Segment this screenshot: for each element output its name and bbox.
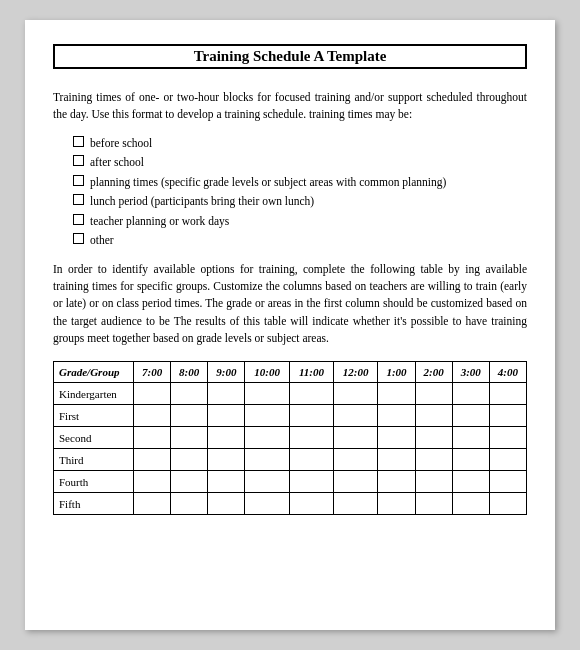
checklist-item: teacher planning or work days — [73, 212, 527, 232]
schedule-cell — [171, 383, 208, 405]
table-body: KindergartenFirstSecondThirdFourthFifth — [54, 383, 527, 515]
grade-label-cell: Kindergarten — [54, 383, 134, 405]
schedule-cell — [415, 405, 452, 427]
schedule-cell — [245, 471, 290, 493]
schedule-cell — [489, 383, 526, 405]
table-row: Kindergarten — [54, 383, 527, 405]
schedule-cell — [208, 405, 245, 427]
schedule-cell — [378, 493, 415, 515]
schedule-cell — [171, 405, 208, 427]
checkbox-icon — [73, 233, 84, 244]
schedule-cell — [134, 449, 171, 471]
schedule-cell — [171, 449, 208, 471]
table-header-cell: 1:00 — [378, 362, 415, 383]
checklist-item: lunch period (participants bring their o… — [73, 192, 527, 212]
schedule-cell — [208, 493, 245, 515]
checklist-item-label: before school — [90, 134, 152, 154]
schedule-cell — [245, 383, 290, 405]
schedule-cell — [171, 493, 208, 515]
checklist-item-label: lunch period (participants bring their o… — [90, 192, 314, 212]
table-header-cell: 8:00 — [171, 362, 208, 383]
grade-label-cell: Second — [54, 427, 134, 449]
checklist-item-label: other — [90, 231, 114, 251]
schedule-cell — [290, 427, 334, 449]
table-header-cell: 11:00 — [290, 362, 334, 383]
schedule-cell — [489, 493, 526, 515]
header-row: Grade/Group7:008:009:0010:0011:0012:001:… — [54, 362, 527, 383]
intro-text: Training times of one- or two-hour block… — [53, 89, 527, 124]
checkbox-icon — [73, 194, 84, 205]
checklist-item: other — [73, 231, 527, 251]
table-row: Third — [54, 449, 527, 471]
schedule-cell — [378, 405, 415, 427]
grade-label-cell: Fifth — [54, 493, 134, 515]
table-header: Grade/Group7:008:009:0010:0011:0012:001:… — [54, 362, 527, 383]
schedule-cell — [290, 449, 334, 471]
schedule-cell — [245, 493, 290, 515]
schedule-cell — [489, 427, 526, 449]
checklist-item-label: after school — [90, 153, 144, 173]
schedule-cell — [452, 427, 489, 449]
table-header-cell: 2:00 — [415, 362, 452, 383]
grade-label-cell: First — [54, 405, 134, 427]
table-row: Fourth — [54, 471, 527, 493]
checkbox-icon — [73, 214, 84, 225]
schedule-cell — [171, 471, 208, 493]
table-row: First — [54, 405, 527, 427]
document-title: Training Schedule A Template — [53, 44, 527, 69]
checkbox-icon — [73, 136, 84, 147]
schedule-cell — [415, 493, 452, 515]
schedule-cell — [208, 427, 245, 449]
schedule-cell — [333, 449, 378, 471]
checklist-item-label: teacher planning or work days — [90, 212, 229, 232]
schedule-cell — [245, 405, 290, 427]
checklist-item: planning times (specific grade levels or… — [73, 173, 527, 193]
table-header-cell: 12:00 — [333, 362, 378, 383]
checklist-item-label: planning times (specific grade levels or… — [90, 173, 446, 193]
schedule-cell — [208, 471, 245, 493]
schedule-cell — [452, 449, 489, 471]
title-section: Training Schedule A Template — [53, 44, 527, 79]
schedule-cell — [134, 383, 171, 405]
schedule-cell — [134, 427, 171, 449]
schedule-cell — [208, 383, 245, 405]
schedule-cell — [333, 405, 378, 427]
checklist: before schoolafter schoolplanning times … — [73, 134, 527, 251]
table-row: Fifth — [54, 493, 527, 515]
table-header-cell: 10:00 — [245, 362, 290, 383]
schedule-cell — [378, 383, 415, 405]
schedule-cell — [290, 493, 334, 515]
grade-label-cell: Fourth — [54, 471, 134, 493]
schedule-cell — [171, 427, 208, 449]
checklist-item: after school — [73, 153, 527, 173]
schedule-cell — [333, 383, 378, 405]
schedule-cell — [415, 383, 452, 405]
table-header-cell: 3:00 — [452, 362, 489, 383]
schedule-cell — [489, 449, 526, 471]
schedule-cell — [134, 405, 171, 427]
schedule-cell — [452, 383, 489, 405]
checklist-item: before school — [73, 134, 527, 154]
schedule-cell — [415, 471, 452, 493]
schedule-cell — [333, 493, 378, 515]
schedule-cell — [489, 405, 526, 427]
schedule-table: Grade/Group7:008:009:0010:0011:0012:001:… — [53, 361, 527, 515]
schedule-cell — [290, 405, 334, 427]
schedule-cell — [489, 471, 526, 493]
schedule-cell — [452, 405, 489, 427]
schedule-cell — [134, 493, 171, 515]
schedule-cell — [378, 471, 415, 493]
schedule-cell — [415, 449, 452, 471]
table-row: Second — [54, 427, 527, 449]
table-header-cell: Grade/Group — [54, 362, 134, 383]
document-page: Training Schedule A Template Training ti… — [25, 20, 555, 630]
schedule-cell — [333, 427, 378, 449]
table-header-cell: 9:00 — [208, 362, 245, 383]
grade-label-cell: Third — [54, 449, 134, 471]
schedule-cell — [290, 383, 334, 405]
schedule-cell — [245, 427, 290, 449]
schedule-cell — [378, 427, 415, 449]
schedule-cell — [245, 449, 290, 471]
schedule-cell — [290, 471, 334, 493]
table-header-cell: 4:00 — [489, 362, 526, 383]
